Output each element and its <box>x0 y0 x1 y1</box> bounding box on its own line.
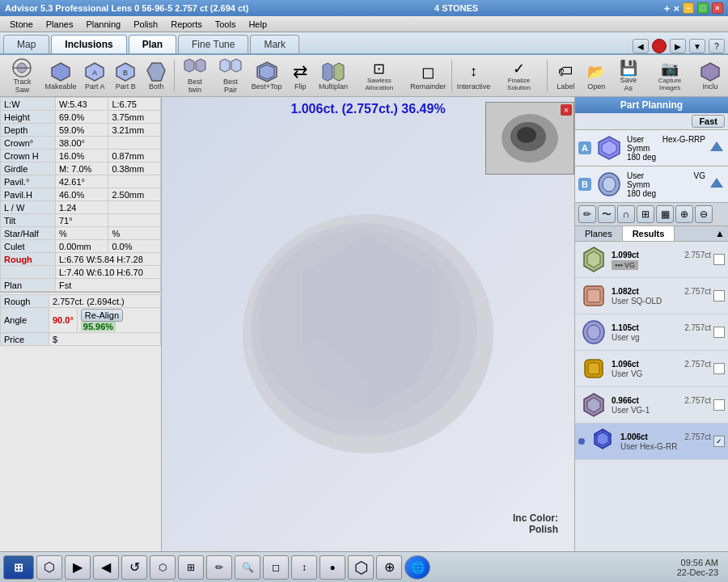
multiplan-button[interactable]: Multiplan <box>316 57 350 95</box>
speed-button[interactable]: Fast <box>692 115 725 128</box>
tab-nav-menu[interactable]: ▼ <box>689 39 705 53</box>
menu-tools[interactable]: Tools <box>209 18 243 31</box>
prop-rough2-label <box>1 266 56 279</box>
menu-planes[interactable]: Planes <box>40 18 80 31</box>
status-btn-2[interactable]: ▶ <box>65 555 91 580</box>
result-row-4[interactable]: 1.096ct 2.757ct User VG <box>575 351 728 387</box>
label-button[interactable]: 🏷 Label <box>551 57 580 95</box>
result-row-6[interactable]: 1.006ct 2.757ct User Hex-G-RR ✓ <box>575 424 728 460</box>
status-btn-5[interactable]: ⬡ <box>150 555 176 580</box>
status-btn-8[interactable]: 🔍 <box>235 555 260 580</box>
prop-tilt-val1: 71° <box>56 214 108 227</box>
tool-shrink[interactable]: ⊖ <box>695 205 713 223</box>
open-button[interactable]: 📂 Open <box>582 57 611 95</box>
status-btn-6[interactable]: ⊞ <box>178 555 204 580</box>
tab-finetune[interactable]: Fine Tune <box>178 35 248 53</box>
prop-plan-val: Fst <box>56 279 161 292</box>
save-as-button[interactable]: 💾 Save As <box>612 57 644 95</box>
tab-help[interactable]: ? <box>709 39 725 53</box>
status-btn-12[interactable]: ⬡ <box>348 555 374 580</box>
part-a-button[interactable]: A Part A <box>80 57 109 95</box>
makeable-button[interactable]: Makeable <box>43 57 78 95</box>
status-btn-4[interactable]: ↺ <box>121 555 147 580</box>
result-check-1[interactable] <box>713 254 725 265</box>
prop-rough2-val: L:7.40 W:6.10 H:6.70 <box>56 266 161 279</box>
best-twin-button[interactable]: Best twin <box>178 57 212 95</box>
tool-draw[interactable]: ✏ <box>578 205 596 223</box>
close-button[interactable]: × <box>712 2 723 14</box>
both-button[interactable]: Both <box>142 57 171 95</box>
realign-pct: 95.96% <box>81 322 116 331</box>
best-top-label: Best+Top <box>252 83 282 91</box>
result-gem-3 <box>578 317 609 348</box>
selected-indicator <box>578 438 585 445</box>
tool-expand[interactable]: ⊕ <box>675 205 693 223</box>
menu-help[interactable]: Help <box>242 18 273 31</box>
result-check-5[interactable] <box>713 399 725 411</box>
prop-crown-val1: 38.00° <box>56 137 108 150</box>
realign-button[interactable]: Re-Align <box>81 309 123 322</box>
best-top-button[interactable]: Best+Top <box>249 57 284 95</box>
sawless-button[interactable]: ⊡ Sawless Allocation <box>352 57 407 95</box>
part-b-button[interactable]: B Part B <box>111 57 140 95</box>
maximize-button[interactable]: □ <box>697 2 709 14</box>
tab-map[interactable]: Map <box>3 35 49 53</box>
thumbnail-image <box>497 110 562 167</box>
prop-pavil-val1: 42.61° <box>56 175 108 188</box>
tab-results[interactable]: Results <box>623 226 675 241</box>
status-btn-11[interactable]: ● <box>320 555 345 580</box>
prop-crown-label: Crown° <box>1 137 56 150</box>
result-cts-2: 1.082ct <box>612 287 639 296</box>
result-check-6[interactable]: ✓ <box>713 436 725 447</box>
interactive-button[interactable]: ↕ Interactive <box>455 57 492 95</box>
best-twin-icon <box>184 57 206 78</box>
status-btn-3[interactable]: ◀ <box>93 555 119 580</box>
menu-reports[interactable]: Reports <box>164 18 209 31</box>
menu-polish[interactable]: Polish <box>127 18 164 31</box>
result-check-2[interactable] <box>713 290 725 302</box>
status-btn-10[interactable]: ↕ <box>291 555 317 580</box>
tab-nav-right[interactable]: ▶ <box>670 39 686 53</box>
result-rough-5: 2.757ct <box>684 396 711 405</box>
thumbnail-close-button[interactable]: × <box>561 104 572 116</box>
capture-button[interactable]: 📷 Capture Images <box>645 57 694 95</box>
result-check-4[interactable] <box>713 363 725 374</box>
status-btn-7[interactable]: ✏ <box>206 555 232 580</box>
prop-tilt-label: Tilt <box>1 214 56 227</box>
status-btn-13[interactable]: ⊕ <box>376 555 402 580</box>
finalize-button[interactable]: ✓ Finalize Solution <box>494 57 544 95</box>
tool-wave[interactable]: 〜 <box>598 205 616 223</box>
result-row-3[interactable]: 1.105ct 2.757ct User vg <box>575 314 728 351</box>
best-pair-button[interactable]: Best Pair <box>214 57 248 95</box>
status-btn-9[interactable]: ◻ <box>263 555 289 580</box>
menu-planning[interactable]: Planning <box>79 18 127 31</box>
menu-stone[interactable]: Stone <box>3 18 40 31</box>
result-row-5[interactable]: 0.966ct 2.757ct User VG-1 <box>575 387 728 424</box>
tab-plan[interactable]: Plan <box>129 35 176 53</box>
result-row-2[interactable]: 1.082ct 2.757ct User SQ-OLD <box>575 278 728 314</box>
svg-rect-66 <box>588 363 599 374</box>
result-check-3[interactable] <box>713 327 725 338</box>
tool-grid[interactable]: ⊞ <box>637 205 654 223</box>
flip-button[interactable]: ⇄ Flip <box>286 57 315 95</box>
result-rough-6: 2.757ct <box>684 432 711 441</box>
tab-planes[interactable]: Planes <box>575 226 623 241</box>
svg-point-23 <box>259 230 461 421</box>
tool-arc[interactable]: ∩ <box>617 205 635 223</box>
result-cts-1: 1.099ct <box>612 251 639 259</box>
collapse-button[interactable]: ▲ <box>715 228 725 239</box>
minimize-button[interactable]: − <box>683 2 694 14</box>
taskbar-start[interactable]: ⊞ <box>3 555 34 580</box>
inclu-button[interactable]: Inclu <box>696 57 725 95</box>
browser-btn[interactable]: 🌐 <box>404 555 430 580</box>
status-btn-1[interactable]: ⬡ <box>36 555 62 580</box>
tab-nav-left[interactable]: ◀ <box>633 39 649 53</box>
track-saw-button[interactable]: Track Saw <box>3 57 41 95</box>
tab-inclusions[interactable]: Inclusions <box>51 35 126 53</box>
result-info-2: 1.082ct 2.757ct User SQ-OLD <box>612 287 711 306</box>
app-title: Advisor 5.3 Professional Lens 0 56-96-5 … <box>5 3 248 13</box>
tool-table[interactable]: ▦ <box>656 205 674 223</box>
result-row-1[interactable]: 1.099ct 2.757ct ▪▪▪ VG <box>575 242 728 278</box>
tab-mark[interactable]: Mark <box>250 35 299 53</box>
remainder-button[interactable]: ◻ Remainder <box>408 57 448 95</box>
